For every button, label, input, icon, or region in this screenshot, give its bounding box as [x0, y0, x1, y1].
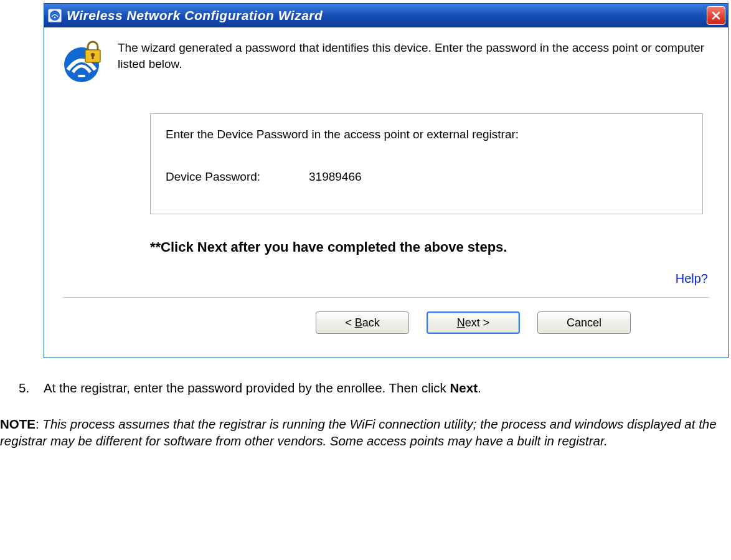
step-text-a: At the registrar, enter the password pro… — [44, 381, 450, 395]
svg-point-2 — [54, 17, 56, 19]
instruction-step: 5. At the registrar, enter the password … — [19, 379, 731, 397]
dialog-body: The wizard generated a password that ide… — [44, 27, 728, 358]
password-frame: Enter the Device Password in the access … — [150, 113, 703, 214]
step-text-bold: Next — [450, 381, 478, 395]
wizard-dialog: Wireless Network Configuration Wizard — [44, 3, 729, 358]
note-body: This process assumes that the registrar … — [0, 417, 717, 448]
frame-instruction: Enter the Device Password in the access … — [166, 128, 687, 141]
svg-rect-7 — [92, 55, 94, 59]
title-bar[interactable]: Wireless Network Configuration Wizard — [44, 4, 728, 27]
window-title: Wireless Network Configuration Wizard — [67, 8, 707, 23]
password-value: 31989466 — [309, 170, 362, 184]
wifi-lock-icon — [63, 40, 106, 83]
step-number: 5. — [19, 379, 44, 397]
step-text: At the registrar, enter the password pro… — [44, 379, 481, 397]
svg-point-1 — [50, 11, 60, 21]
password-label: Device Password: — [166, 170, 309, 184]
separator — [63, 297, 709, 298]
note-label: NOTE — [0, 417, 35, 431]
back-button[interactable]: < Back — [316, 311, 409, 334]
note-paragraph: NOTE: This process assumes that the regi… — [0, 415, 729, 450]
button-row: < Back Next > Cancel — [237, 311, 709, 345]
svg-rect-4 — [78, 75, 85, 77]
app-icon — [48, 9, 62, 22]
click-next-note: **Click Next after you have completed th… — [150, 239, 709, 255]
help-link[interactable]: Help? — [63, 272, 709, 286]
note-sep: : — [35, 417, 42, 431]
intro-text: The wizard generated a password that ide… — [118, 39, 709, 72]
next-button[interactable]: Next > — [427, 311, 520, 334]
close-button[interactable] — [707, 6, 725, 25]
step-text-c: . — [478, 381, 481, 395]
cancel-button[interactable]: Cancel — [537, 311, 631, 334]
